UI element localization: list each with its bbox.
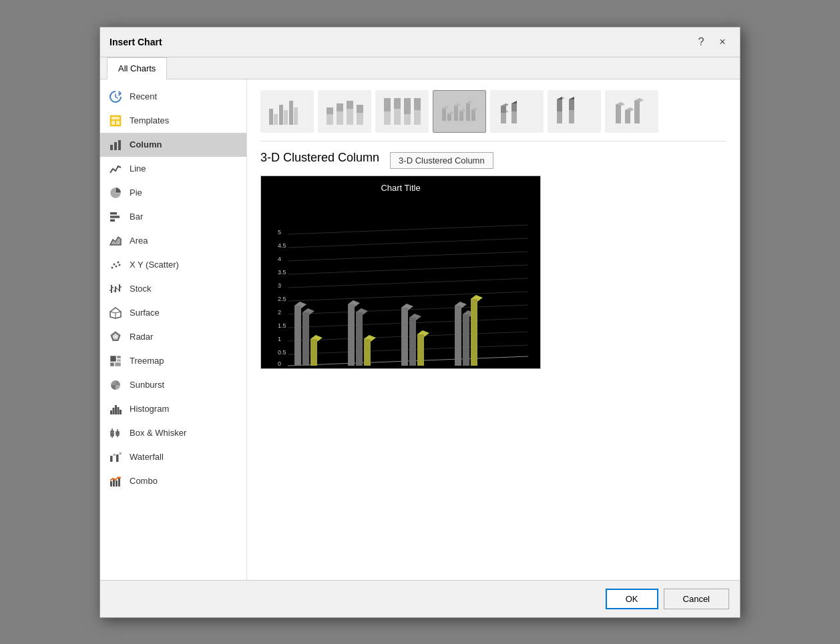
chart-thumb-stacked-2d[interactable]	[318, 90, 371, 133]
svg-rect-9	[110, 219, 115, 222]
svg-rect-37	[113, 408, 115, 414]
cancel-button[interactable]: Cancel	[664, 589, 729, 609]
sunburst-icon	[108, 378, 123, 392]
sidebar-item-sunburst[interactable]: Sunburst	[100, 373, 246, 397]
combo-icon	[108, 474, 123, 489]
sidebar-item-bar[interactable]: Bar	[100, 205, 246, 229]
svg-rect-180	[471, 299, 477, 366]
svg-line-135	[288, 238, 528, 248]
insert-chart-dialog: Insert Chart ? × All Charts R	[99, 27, 741, 618]
svg-line-136	[288, 252, 528, 261]
sidebar-item-stock[interactable]: Stock	[100, 277, 246, 301]
svg-rect-64	[337, 103, 343, 111]
main-panel: 3-D Clustered Column 3-D Clustered Colum…	[247, 79, 740, 580]
chart-thumb-clustered-2d[interactable]	[260, 90, 314, 133]
sidebar: Recent Templates	[100, 79, 247, 580]
stock-icon	[108, 282, 123, 296]
chart-thumb-3d-column[interactable]	[605, 90, 658, 133]
svg-rect-113	[569, 99, 574, 110]
svg-rect-68	[357, 105, 363, 113]
sidebar-label-waterfall: Waterfall	[130, 452, 164, 462]
content-area: Recent Templates	[100, 79, 740, 580]
sidebar-item-waterfall[interactable]: Waterfall	[100, 445, 246, 469]
svg-point-13	[116, 265, 118, 267]
sidebar-item-templates[interactable]: Templates	[100, 109, 246, 133]
sidebar-item-column[interactable]: Column	[100, 133, 246, 157]
svg-rect-47	[110, 456, 113, 462]
chart-thumb-3d-clustered[interactable]	[433, 90, 486, 133]
sidebar-item-area[interactable]: Area	[100, 229, 246, 253]
bar-icon	[108, 210, 123, 224]
svg-rect-34	[115, 362, 121, 366]
waterfall-icon	[108, 450, 123, 464]
svg-rect-55	[269, 109, 273, 125]
sidebar-label-sunburst: Sunburst	[130, 380, 164, 390]
svg-rect-76	[414, 98, 421, 110]
sidebar-item-histogram[interactable]: Histogram	[100, 397, 246, 421]
svg-rect-39	[118, 407, 120, 414]
tab-bar: All Charts	[100, 57, 740, 79]
svg-rect-50	[120, 452, 122, 454]
title-bar: Insert Chart ? ×	[100, 27, 740, 57]
ok-button[interactable]: OK	[606, 589, 658, 609]
svg-rect-100	[501, 106, 506, 113]
sidebar-item-radar[interactable]: Radar	[100, 325, 246, 349]
svg-rect-122	[634, 101, 640, 123]
svg-rect-2	[112, 121, 115, 125]
chart-thumb-3d-stacked[interactable]	[490, 90, 544, 133]
svg-rect-66	[347, 101, 353, 109]
svg-rect-74	[404, 98, 411, 114]
radar-icon	[108, 330, 123, 344]
svg-rect-165	[401, 308, 408, 366]
svg-point-15	[119, 264, 121, 266]
svg-line-138	[288, 278, 528, 288]
treemap-icon	[108, 354, 123, 368]
area-icon	[108, 234, 123, 248]
templates-icon	[108, 113, 123, 128]
help-button[interactable]: ?	[693, 34, 709, 50]
svg-rect-59	[289, 101, 293, 125]
svg-rect-70	[384, 98, 391, 111]
svg-rect-177	[463, 314, 469, 366]
svg-rect-153	[310, 339, 317, 366]
sidebar-label-stock: Stock	[130, 284, 152, 294]
svg-text:1.5: 1.5	[278, 322, 286, 329]
svg-rect-36	[110, 410, 112, 414]
sidebar-label-box-whisker: Box & Whisker	[130, 428, 186, 438]
column-icon	[108, 137, 123, 152]
svg-rect-60	[294, 107, 298, 125]
svg-text:2.5: 2.5	[278, 296, 286, 302]
sidebar-item-pie[interactable]: Pie	[100, 181, 246, 205]
sidebar-item-scatter[interactable]: X Y (Scatter)	[100, 253, 246, 277]
svg-rect-31	[117, 356, 121, 358]
recent-icon	[108, 89, 123, 104]
sidebar-label-bar: Bar	[130, 212, 143, 222]
sidebar-item-treemap[interactable]: Treemap	[100, 349, 246, 373]
sidebar-item-surface[interactable]: Surface	[100, 301, 246, 325]
sidebar-item-combo[interactable]: Combo	[100, 469, 246, 493]
sidebar-item-box-whisker[interactable]: Box & Whisker	[100, 421, 246, 445]
sidebar-item-line[interactable]: Line	[100, 157, 246, 181]
sidebar-item-recent[interactable]: Recent	[100, 85, 246, 109]
svg-rect-94	[471, 110, 475, 121]
svg-rect-63	[337, 111, 343, 125]
svg-text:4: 4	[278, 256, 281, 262]
svg-rect-67	[357, 113, 363, 125]
chart-thumb-100-stacked-2d[interactable]	[375, 90, 429, 133]
svg-rect-8	[110, 216, 120, 218]
svg-rect-171	[417, 334, 424, 366]
svg-rect-51	[110, 481, 112, 487]
svg-text:3.5: 3.5	[278, 269, 286, 276]
pie-icon	[108, 186, 123, 200]
svg-rect-3	[116, 121, 120, 125]
sidebar-label-area: Area	[130, 236, 148, 246]
svg-rect-53	[116, 480, 118, 487]
svg-point-11	[112, 266, 114, 268]
close-button[interactable]: ×	[714, 34, 730, 50]
tab-all-charts[interactable]: All Charts	[107, 57, 167, 79]
sidebar-label-treemap: Treemap	[130, 356, 164, 366]
svg-point-14	[118, 261, 120, 263]
svg-rect-62	[327, 107, 333, 114]
chart-thumb-3d-100-stacked[interactable]	[548, 90, 601, 133]
svg-rect-7	[110, 212, 117, 215]
